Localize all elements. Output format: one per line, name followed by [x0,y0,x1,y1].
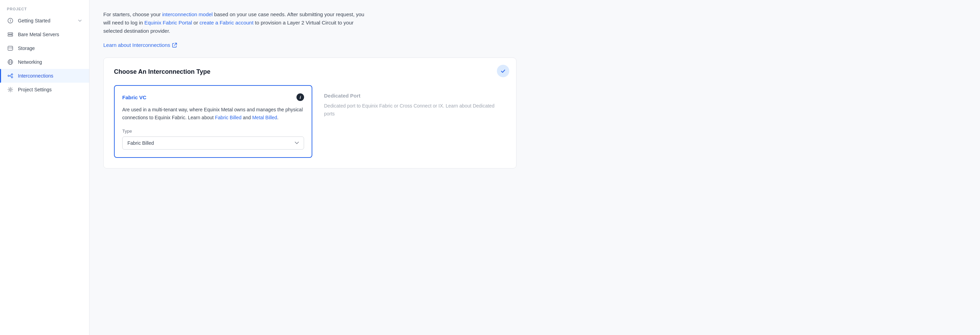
sidebar-item-networking[interactable]: Networking [0,55,89,69]
fabric-vc-option[interactable]: Fabric VC i Are used in a multi-tenant w… [114,85,312,158]
info-icon[interactable]: i [296,93,304,101]
sidebar-item-label: Interconnections [18,73,53,78]
card-title: Choose An Interconnection Type [114,68,506,75]
sidebar-item-storage[interactable]: Storage [0,41,89,55]
sidebar-item-interconnections[interactable]: Interconnections [0,69,89,83]
intro-text: For starters, choose your interconnectio… [103,10,365,35]
svg-point-3 [12,33,13,34]
svg-point-4 [12,35,13,36]
svg-point-11 [11,74,13,75]
intro-text-part3: or [192,20,200,26]
interconnection-model-link[interactable]: interconnection model [162,11,213,17]
learn-interconnections-link[interactable]: Learn about Interconnections [103,42,177,48]
sidebar-item-project-settings[interactable]: Project Settings [0,83,89,96]
svg-point-10 [8,75,9,77]
sidebar-item-bare-metal-servers[interactable]: Bare Metal Servers [0,27,89,41]
fabric-billed-link[interactable]: Fabric Billed [215,115,241,120]
intro-text-part1: For starters, choose your [103,11,162,17]
networking-icon [7,59,14,65]
desc-part2: and [241,115,252,120]
fabric-vc-title: Fabric VC [122,94,146,100]
create-fabric-account-link[interactable]: create a Fabric account [199,20,253,26]
external-link-icon [172,43,177,48]
settings-icon [7,86,14,93]
options-row: Fabric VC i Are used in a multi-tenant w… [114,85,506,158]
sidebar-item-label: Getting Started [18,18,50,24]
sidebar-item-getting-started[interactable]: Getting Started [0,14,89,27]
check-circle-icon [497,65,509,77]
sidebar-item-label: Storage [18,46,35,51]
sidebar-section-label: PROJECT [0,7,89,14]
getting-started-icon [7,17,14,24]
dedicated-port-option[interactable]: Dedicated Port Dedicated port to Equinix… [321,85,506,118]
sidebar-item-label: Networking [18,59,42,65]
dedicated-port-title: Dedicated Port [324,93,506,99]
dedicated-desc-part1: Dedicated port to Equinix Fabric or Cros… [324,103,473,108]
chevron-down-icon [78,18,82,23]
fabric-vc-header: Fabric VC i [122,93,304,101]
desc-part3: . [277,115,278,120]
sidebar: PROJECT Getting Started Bare Metal Serve [0,0,89,335]
interconnection-type-card: Choose An Interconnection Type Fabric VC… [103,57,517,169]
svg-point-12 [11,77,13,78]
type-label: Type [122,129,304,134]
svg-rect-5 [8,46,13,50]
equinix-fabric-portal-link[interactable]: Equinix Fabric Portal [144,20,192,26]
fabric-vc-description: Are used in a multi-tenant way, where Eq… [122,106,304,122]
svg-point-6 [12,47,12,47]
dedicated-port-description: Dedicated port to Equinix Fabric or Cros… [324,102,506,118]
learn-link-text: Learn about Interconnections [103,42,170,48]
main-content: For starters, choose your interconnectio… [89,0,980,335]
storage-icon [7,45,14,52]
type-select[interactable]: Fabric Billed Metal Billed [122,137,304,150]
servers-icon [7,31,14,38]
sidebar-item-label: Project Settings [18,87,52,93]
metal-billed-link[interactable]: Metal Billed [252,115,277,120]
sidebar-item-label: Bare Metal Servers [18,32,59,37]
svg-point-13 [10,89,11,91]
interconnections-icon [7,72,14,79]
svg-point-7 [12,49,12,49]
